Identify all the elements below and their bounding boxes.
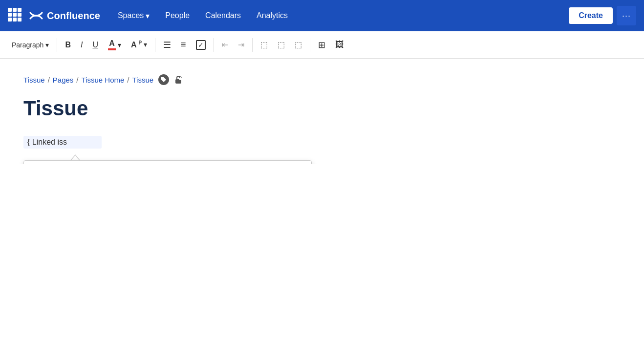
- toolbar-divider-4: [252, 38, 253, 52]
- chevron-down-icon: ▾: [146, 11, 150, 21]
- image-button[interactable]: 🖼: [331, 37, 348, 53]
- breadcrumb-pages[interactable]: Pages: [53, 76, 74, 84]
- lock-button[interactable]: [173, 74, 184, 85]
- paragraph-style-button[interactable]: Paragraph ▾: [8, 38, 53, 52]
- outdent-icon: ⇤: [222, 40, 228, 49]
- confluence-logo-icon: [29, 9, 43, 22]
- breadcrumb-tissue-current[interactable]: Tissue: [132, 76, 154, 84]
- lock-icon: [173, 75, 183, 85]
- breadcrumb-sep: /: [48, 76, 50, 84]
- font-size-button[interactable]: A P ▾: [127, 37, 151, 52]
- checkbox-icon: ✓: [196, 40, 206, 50]
- editor-area[interactable]: { Linked iss Macro suggestions: [23, 136, 416, 149]
- ellipsis-icon: ···: [622, 11, 631, 21]
- breadcrumb-sep: /: [76, 76, 78, 84]
- color-a-label: A: [109, 39, 115, 48]
- breadcrumb: Tissue / Pages / Tissue Home / Tissue: [23, 74, 416, 85]
- logo[interactable]: Confluence: [29, 9, 100, 22]
- editor-content[interactable]: { Linked iss: [23, 136, 102, 149]
- bullet-list-button[interactable]: ☰: [159, 37, 175, 53]
- toolbar-divider-3: [214, 38, 214, 52]
- nav-analytics[interactable]: Analytics: [251, 7, 294, 24]
- macro-dropdown: Macro suggestions Linked Issues Table Ga…: [23, 160, 312, 164]
- chevron-down-icon: ▾: [118, 41, 121, 49]
- nav-people[interactable]: People: [159, 7, 195, 24]
- macro-suggestions-header: Macro suggestions: [24, 161, 311, 164]
- toolbar-divider-2: [155, 38, 155, 52]
- chevron-down-icon: ▾: [144, 41, 147, 48]
- nav-spaces[interactable]: Spaces ▾: [112, 7, 155, 24]
- page-content: Tissue / Pages / Tissue Home / Tissue Ti…: [0, 59, 440, 164]
- editor-text: { Linked iss: [27, 138, 67, 146]
- tag-button[interactable]: [158, 74, 169, 85]
- breadcrumb-tissue[interactable]: Tissue: [23, 76, 45, 84]
- align-right-button[interactable]: ⬚: [291, 37, 306, 52]
- italic-button[interactable]: I: [77, 38, 86, 52]
- breadcrumb-tissue-home[interactable]: Tissue Home: [82, 76, 125, 84]
- table-icon: ⊞: [318, 40, 325, 50]
- more-button[interactable]: ···: [617, 6, 636, 25]
- chevron-down-icon: ▾: [45, 41, 49, 49]
- text-color-button[interactable]: A ▾: [104, 36, 125, 53]
- align-right-icon: ⬚: [295, 40, 302, 49]
- bold-button[interactable]: B: [61, 38, 75, 52]
- editor-toolbar: Paragraph ▾ B I U A ▾ A P ▾ ☰ ≡ ✓ ⇤ ⇥: [0, 31, 644, 59]
- numbered-list-button[interactable]: ≡: [177, 37, 190, 53]
- align-left-button[interactable]: ⬚: [257, 37, 272, 52]
- indent-icon: ⇥: [238, 40, 244, 49]
- dropdown-arrow: [70, 154, 80, 160]
- align-center-icon: ⬚: [278, 40, 285, 49]
- underline-button[interactable]: U: [88, 38, 102, 52]
- create-button[interactable]: Create: [569, 7, 613, 24]
- app-name: Confluence: [47, 10, 100, 22]
- bullet-list-icon: ☰: [163, 40, 171, 50]
- grid-menu-icon[interactable]: [8, 8, 23, 23]
- color-bar: [108, 48, 116, 50]
- top-nav: Confluence Spaces ▾ People Calendars Ana…: [0, 0, 644, 31]
- page-title: Tissue: [23, 97, 416, 120]
- table-button[interactable]: ⊞: [314, 37, 329, 53]
- outdent-button[interactable]: ⇤: [218, 37, 232, 52]
- checkbox-button[interactable]: ✓: [192, 37, 210, 53]
- image-icon: 🖼: [335, 40, 344, 50]
- align-left-icon: ⬚: [260, 40, 268, 49]
- tag-icon: [161, 77, 167, 83]
- toolbar-divider-5: [310, 38, 310, 52]
- numbered-list-icon: ≡: [181, 40, 186, 50]
- nav-calendars[interactable]: Calendars: [199, 7, 247, 24]
- align-center-button[interactable]: ⬚: [274, 37, 289, 52]
- indent-button[interactable]: ⇥: [234, 37, 248, 52]
- breadcrumb-sep: /: [127, 76, 129, 84]
- font-size-label: A P: [131, 40, 142, 49]
- toolbar-divider-1: [57, 38, 57, 52]
